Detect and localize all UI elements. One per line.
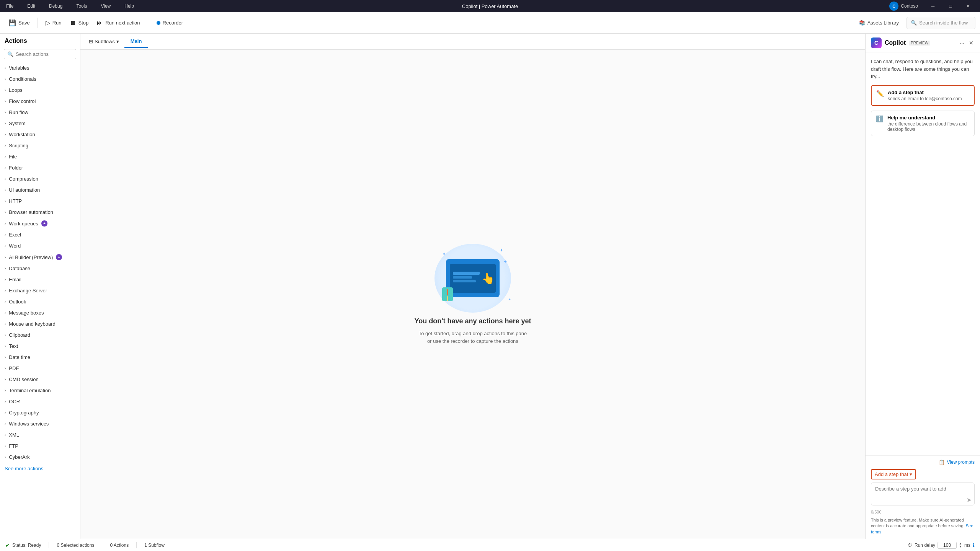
action-cyberark[interactable]: › CyberArk (0, 452, 80, 463)
preview-badge: ★ (56, 254, 62, 260)
action-conditionals[interactable]: › Conditionals (0, 73, 80, 85)
copilot-header-actions: ··· ✕ (959, 39, 975, 47)
search-actions-input[interactable] (16, 51, 73, 57)
chevron-icon: › (5, 277, 6, 282)
tab-main[interactable]: Main (124, 35, 148, 48)
action-workstation[interactable]: › Workstation (0, 129, 80, 140)
action-windows-services[interactable]: › Windows services (0, 418, 80, 429)
action-compression[interactable]: › Compression (0, 173, 80, 184)
chat-textarea[interactable] (871, 483, 975, 505)
copilot-suggestion-help-understand[interactable]: ℹ️ Help me understand the difference bet… (871, 111, 975, 136)
action-email[interactable]: › Email (0, 274, 80, 285)
action-label: Terminal emulation (9, 388, 51, 393)
action-system[interactable]: › System (0, 118, 80, 129)
menu-file[interactable]: File (3, 2, 16, 10)
action-http[interactable]: › HTTP (0, 196, 80, 207)
assets-icon: 📚 (859, 20, 865, 26)
action-date-time[interactable]: › Date time (0, 352, 80, 363)
menu-tools[interactable]: Tools (73, 2, 90, 10)
subflows-chevron-icon: ▾ (116, 39, 119, 44)
cursor-hand-icon: 👆 (482, 272, 495, 285)
copilot-suggestion-add-step[interactable]: ✏️ Add a step that sends an email to lee… (871, 85, 975, 106)
action-mouse-keyboard[interactable]: › Mouse and keyboard (0, 318, 80, 329)
chevron-icon: › (5, 333, 6, 337)
disclaimer-text: This is a preview feature. Make sure AI-… (871, 517, 975, 535)
action-label: FTP (9, 443, 18, 449)
spinner-down-button[interactable]: ▼ (959, 545, 962, 548)
search-flow-box[interactable]: 🔍 Search inside the flow (906, 17, 975, 29)
chevron-icon: › (5, 210, 6, 214)
action-exchange-server[interactable]: › Exchange Server (0, 285, 80, 296)
copilot-more-button[interactable]: ··· (959, 39, 965, 47)
chevron-icon: › (5, 366, 6, 370)
action-ocr[interactable]: › OCR (0, 396, 80, 407)
add-step-icon: ✏️ (876, 90, 884, 97)
run-delay-input[interactable] (938, 542, 957, 549)
action-message-boxes[interactable]: › Message boxes (0, 307, 80, 318)
action-outlook[interactable]: › Outlook (0, 296, 80, 307)
action-pdf[interactable]: › PDF (0, 363, 80, 374)
info-icon[interactable]: ℹ (973, 543, 975, 548)
action-ftp[interactable]: › FTP (0, 440, 80, 452)
action-label: Excel (9, 232, 21, 238)
action-clipboard[interactable]: › Clipboard (0, 329, 80, 341)
action-database[interactable]: › Database (0, 263, 80, 274)
action-ai-builder[interactable]: › AI Builder (Preview) ★ (0, 251, 80, 263)
status-left: ✔ Status: Ready (5, 542, 41, 548)
menu-edit[interactable]: Edit (24, 2, 38, 10)
copilot-close-button[interactable]: ✕ (968, 39, 975, 47)
minimize-button[interactable]: ─ (924, 0, 942, 12)
account-badge[interactable]: C Contoso (889, 2, 918, 11)
save-button[interactable]: 💾 Save (5, 16, 34, 30)
menu-help[interactable]: Help (121, 2, 137, 10)
action-cmd-session[interactable]: › CMD session (0, 374, 80, 385)
action-browser-automation[interactable]: › Browser automation (0, 207, 80, 218)
next-action-button[interactable]: ⏭ Run next action (93, 16, 144, 30)
menu-view[interactable]: View (98, 2, 114, 10)
chat-send-button[interactable]: ➤ (967, 496, 972, 504)
recorder-button[interactable]: Recorder (152, 18, 188, 28)
action-variables[interactable]: › Variables (0, 62, 80, 73)
action-word[interactable]: › Word (0, 240, 80, 251)
action-label: Text (9, 343, 18, 349)
action-label: Run flow (9, 109, 28, 115)
action-xml[interactable]: › XML (0, 429, 80, 440)
stop-button[interactable]: ⏹ Stop (66, 16, 93, 30)
run-icon: ▷ (46, 19, 50, 26)
run-button[interactable]: ▷ Run (42, 16, 65, 30)
main-layout: Actions 🔍 › Variables › Conditionals › L… (0, 34, 980, 539)
action-scripting[interactable]: › Scripting (0, 140, 80, 151)
close-button[interactable]: ✕ (959, 0, 977, 12)
see-more-actions[interactable]: See more actions (0, 463, 80, 474)
chevron-icon: › (5, 355, 6, 359)
toolbar-right: 📚 Assets Library 🔍 Search inside the flo… (854, 17, 975, 29)
action-ui-automation[interactable]: › UI automation (0, 184, 80, 196)
input-mode-label: Add a step that (875, 471, 908, 477)
action-terminal-emulation[interactable]: › Terminal emulation (0, 385, 80, 396)
restore-button[interactable]: □ (942, 0, 959, 12)
input-mode-selector[interactable]: Add a step that ▾ (871, 469, 916, 479)
action-file[interactable]: › File (0, 151, 80, 162)
prompts-icon: 📋 (939, 460, 945, 465)
account-name: Contoso (901, 3, 918, 9)
subflows-button[interactable]: ⊞ Subflows ▾ (85, 36, 123, 47)
action-loops[interactable]: › Loops (0, 85, 80, 96)
save-icon: 💾 (8, 19, 16, 26)
action-flow-control[interactable]: › Flow control (0, 96, 80, 107)
action-cryptography[interactable]: › Cryptography (0, 407, 80, 418)
chevron-icon: › (5, 88, 6, 92)
action-folder[interactable]: › Folder (0, 162, 80, 173)
chat-input-wrap: ➤ (871, 483, 975, 507)
action-excel[interactable]: › Excel (0, 229, 80, 240)
action-label: OCR (9, 399, 20, 404)
search-actions-box[interactable]: 🔍 (4, 49, 76, 59)
chevron-down-icon: ▾ (910, 471, 912, 477)
action-text[interactable]: › Text (0, 341, 80, 352)
action-run-flow[interactable]: › Run flow (0, 107, 80, 118)
view-prompts-button[interactable]: View prompts (947, 460, 975, 465)
action-work-queues[interactable]: › Work queues ★ (0, 218, 80, 229)
svg-rect-1 (453, 276, 472, 279)
copilot-intro-text: I can chat, respond to questions, and he… (871, 58, 975, 80)
assets-library-button[interactable]: 📚 Assets Library (854, 18, 903, 28)
menu-debug[interactable]: Debug (46, 2, 65, 10)
